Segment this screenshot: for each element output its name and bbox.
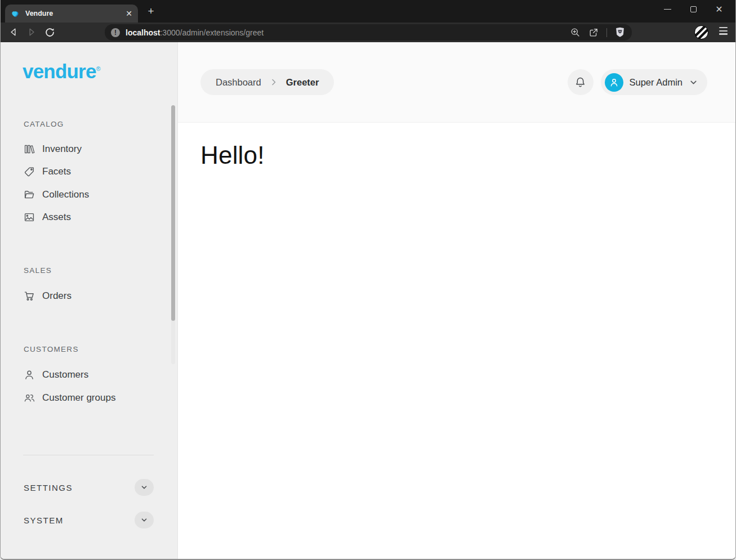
- header-actions: Super Admin: [568, 69, 707, 95]
- chevron-down-icon[interactable]: [135, 479, 154, 496]
- sidebar-item-customers[interactable]: Customers: [24, 368, 88, 382]
- sidebar-item-facets[interactable]: Facets: [24, 164, 71, 179]
- url-host: localhost: [126, 28, 160, 37]
- user-name: Super Admin: [630, 77, 683, 88]
- vendure-favicon-icon: [11, 10, 20, 18]
- close-icon: ✕: [715, 5, 722, 14]
- sidebar-item-label: Assets: [42, 212, 71, 223]
- refresh-button[interactable]: [42, 25, 57, 39]
- bell-icon: [574, 76, 587, 89]
- sidebar-section-settings[interactable]: SETTINGS: [24, 478, 154, 496]
- sidebar: vendure® CATALOG Inventory: [1, 42, 178, 559]
- users-icon: [24, 392, 35, 404]
- browser-titlebar: Vendure ✕ + ✕: [1, 0, 735, 23]
- user-icon: [24, 369, 35, 380]
- forward-button[interactable]: [24, 25, 39, 39]
- sidebar-item-label: Inventory: [42, 144, 82, 155]
- minimize-icon: [664, 9, 671, 10]
- url-text: localhost:3000/admin/extensions/greet: [126, 28, 264, 37]
- cart-icon: [24, 290, 35, 302]
- new-tab-button[interactable]: +: [144, 6, 158, 18]
- address-divider: [606, 28, 607, 37]
- admin-page: vendure® CATALOG Inventory: [1, 42, 735, 559]
- chevron-down-icon[interactable]: [135, 512, 154, 528]
- browser-window: Vendure ✕ + ✕ ! loc: [0, 0, 736, 560]
- collapsed-section-label: SETTINGS: [24, 483, 73, 492]
- logo-text: vendure: [23, 60, 96, 82]
- site-info-icon[interactable]: !: [111, 28, 120, 37]
- page-heading: Hello!: [200, 141, 713, 169]
- main-header: Dashboard Greeter: [178, 42, 735, 123]
- section-header-sales: SALES: [24, 266, 52, 275]
- maximize-button[interactable]: [680, 0, 706, 19]
- minimize-button[interactable]: [654, 0, 680, 19]
- collapsed-section-label: SYSTEM: [24, 516, 64, 525]
- sidebar-scrollbar-thumb[interactable]: [171, 105, 175, 321]
- sidebar-item-orders[interactable]: Orders: [24, 289, 72, 303]
- share-icon[interactable]: [588, 27, 599, 38]
- sidebar-item-inventory[interactable]: Inventory: [24, 142, 82, 156]
- sidebar-item-label: Orders: [42, 290, 72, 302]
- browser-profile-avatar[interactable]: [694, 25, 708, 39]
- breadcrumb-dashboard-link[interactable]: Dashboard: [216, 77, 261, 88]
- sidebar-item-customer-groups[interactable]: Customer groups: [24, 391, 115, 405]
- close-window-button[interactable]: ✕: [706, 0, 732, 19]
- zoom-icon[interactable]: [570, 27, 581, 38]
- main-area: Dashboard Greeter: [178, 42, 735, 559]
- back-button[interactable]: [6, 25, 21, 39]
- sidebar-item-label: Customers: [42, 369, 88, 380]
- sidebar-item-assets[interactable]: Assets: [24, 210, 71, 225]
- sidebar-item-label: Facets: [42, 166, 71, 177]
- tag-icon: [24, 166, 35, 177]
- tab-close-icon[interactable]: ✕: [126, 10, 132, 17]
- image-icon: [24, 212, 35, 223]
- chevron-down-icon: [689, 78, 698, 87]
- sidebar-item-collections[interactable]: Collections: [24, 187, 89, 202]
- breadcrumb-current: Greeter: [286, 77, 319, 88]
- folder-icon: [24, 189, 35, 200]
- user-avatar: [605, 73, 623, 92]
- sidebar-divider: [23, 455, 154, 455]
- maximize-icon: [690, 6, 697, 12]
- notifications-button[interactable]: [568, 69, 594, 95]
- section-header-catalog: CATALOG: [24, 120, 64, 128]
- forward-icon: [26, 27, 37, 37]
- sidebar-section-system[interactable]: SYSTEM: [24, 511, 154, 529]
- sidebar-item-label: Customer groups: [42, 392, 115, 404]
- window-controls: ✕: [654, 0, 732, 19]
- user-menu-button[interactable]: Super Admin: [601, 69, 707, 95]
- browser-tab[interactable]: Vendure ✕: [5, 5, 138, 23]
- library-icon: [24, 144, 35, 155]
- browser-navbar: ! localhost:3000/admin/extensions/greet: [1, 23, 735, 42]
- brave-shield-icon[interactable]: [614, 26, 626, 38]
- sidebar-item-label: Collections: [42, 189, 89, 200]
- section-header-customers: CUSTOMERS: [24, 345, 79, 353]
- url-path: :3000/admin/extensions/greet: [160, 28, 264, 37]
- logo-registered-mark: ®: [96, 65, 100, 72]
- content-area: Hello!: [178, 123, 735, 188]
- address-bar[interactable]: ! localhost:3000/admin/extensions/greet: [105, 24, 632, 41]
- vendure-logo[interactable]: vendure®: [23, 60, 100, 83]
- breadcrumb: Dashboard Greeter: [200, 69, 334, 95]
- chevron-right-icon: [269, 78, 278, 87]
- browser-menu-icon[interactable]: [719, 27, 728, 35]
- refresh-icon: [44, 27, 55, 38]
- back-icon: [8, 27, 19, 37]
- tab-title: Vendure: [25, 10, 121, 17]
